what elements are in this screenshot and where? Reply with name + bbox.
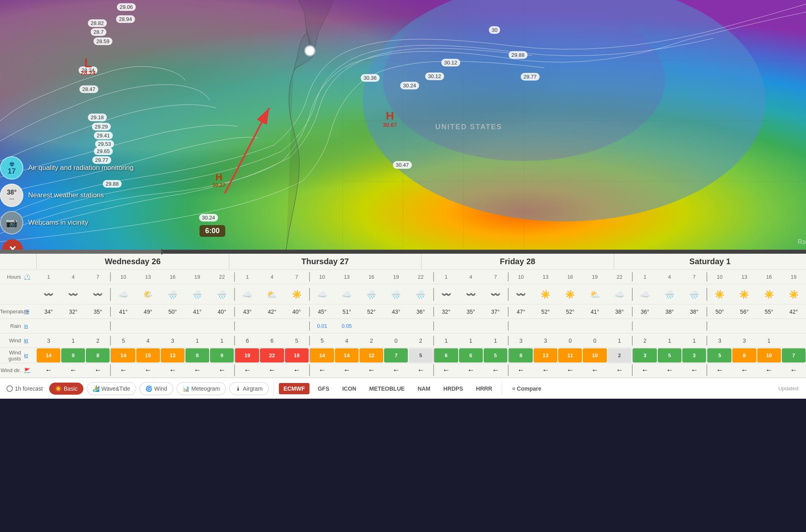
rain-cell bbox=[136, 321, 160, 331]
wind-cell: 1 bbox=[483, 336, 508, 346]
hour-cell: 19 bbox=[582, 272, 607, 282]
gust-cell: 3 bbox=[632, 348, 657, 362]
temp-cell: 40° bbox=[285, 307, 309, 317]
rain-cell bbox=[483, 321, 508, 331]
wind-cell: 1 bbox=[61, 336, 85, 346]
wave-tide-button[interactable]: 🏄 Wave&Tide bbox=[87, 382, 136, 395]
wind-dir-cell: ← bbox=[757, 364, 781, 376]
pressure-label: 29.53 bbox=[95, 140, 114, 148]
pressure-label: 30.24 bbox=[199, 214, 218, 221]
weather-stations-panel[interactable]: 38° --- Nearest weather stations bbox=[0, 184, 104, 207]
meteogram-button[interactable]: 📊 Meteogram bbox=[177, 382, 226, 395]
wind-dir-cell: ← bbox=[359, 364, 384, 376]
location-pin[interactable] bbox=[305, 46, 314, 55]
weather-icon-cell: ☁️ bbox=[632, 288, 657, 301]
wind-cell: 1 bbox=[433, 336, 459, 346]
temp-cell: 38° bbox=[607, 307, 632, 317]
wind-cell: 1 bbox=[185, 336, 210, 346]
webcam-icon: 📷 bbox=[0, 211, 23, 234]
weather-icon-cell: 🌧️ bbox=[408, 288, 433, 301]
hour-cell: 1 bbox=[234, 272, 260, 282]
weather-icon-cell: ☁️ bbox=[334, 288, 359, 301]
rain-cell bbox=[433, 321, 459, 331]
bottom-toolbar: 1h forecast ☀️ Basic 🏄 Wave&Tide 🌀 Wind … bbox=[0, 378, 806, 399]
wind-cell: 2 bbox=[632, 336, 657, 346]
nam-button[interactable]: NAM bbox=[413, 383, 435, 394]
temp-cell: 52° bbox=[359, 307, 384, 317]
gust-cell: 14 bbox=[335, 348, 359, 362]
wind-button[interactable]: 🌀 Wind bbox=[139, 382, 173, 395]
wind-cell: 3 bbox=[508, 336, 533, 346]
hour-cell: 4 bbox=[260, 272, 284, 282]
wind-cell: 0 bbox=[582, 336, 607, 346]
ecmwf-button[interactable]: ECMWF bbox=[279, 383, 310, 394]
wind-cell: 3 bbox=[533, 336, 558, 346]
hour-cell: 13 bbox=[732, 272, 756, 282]
wind-dir-cell: ← bbox=[558, 364, 582, 376]
wind-dir-row: Wind dir. 🚩 ← ← ← ← ← ← ← ← ← ← ← ← ← ← … bbox=[0, 363, 806, 378]
timeline-bar[interactable] bbox=[0, 250, 806, 254]
meteoblue-button[interactable]: METEOBLUE bbox=[364, 383, 409, 394]
hour-cell: 16 bbox=[359, 272, 384, 282]
wind-label: Wind bbox=[0, 337, 24, 344]
temperature-row: Temperature °F 34° 32° 35° 41° 49° 50° 4… bbox=[0, 304, 806, 319]
partial-text: Ra bbox=[798, 238, 806, 246]
weather-icon-cell: ☀️ bbox=[706, 288, 732, 301]
weather-icon-cell: ⛅ bbox=[582, 288, 607, 301]
air-quality-panel[interactable]: ☢ 17 Air quality and radiation monitorin… bbox=[0, 156, 134, 180]
hrrr-button[interactable]: HRRR bbox=[471, 383, 497, 394]
weather-icon-cell: ☀️ bbox=[757, 288, 781, 301]
weather-icon-cell: 🌧️ bbox=[682, 288, 706, 301]
wind-dir-cell: ← bbox=[607, 364, 632, 376]
wind-dir-cell: ← bbox=[533, 364, 558, 376]
weather-station-icon: 38° --- bbox=[0, 184, 23, 207]
temperature-unit[interactable]: °F bbox=[24, 309, 36, 315]
weather-icon-cell: ☀️ bbox=[558, 288, 582, 301]
temp-cell: 37° bbox=[483, 307, 508, 317]
rain-cell bbox=[582, 321, 607, 331]
wind-cell: 1 bbox=[210, 336, 234, 346]
wind-dir-cell: ← bbox=[632, 364, 657, 376]
weather-icon-cell: ☁️ bbox=[607, 288, 632, 301]
rain-unit[interactable]: in bbox=[24, 323, 36, 329]
rain-cell bbox=[36, 321, 61, 331]
wind-dir-cell: ← bbox=[61, 364, 85, 376]
pressure-label: 29.41 bbox=[94, 132, 113, 139]
icon-button[interactable]: ICON bbox=[337, 383, 361, 394]
hour-cell: 7 bbox=[85, 272, 110, 282]
weather-icon-cell: 〰️ bbox=[433, 288, 459, 301]
rain-cell bbox=[682, 321, 706, 331]
temp-cell: 36° bbox=[632, 307, 657, 317]
weather-icon-cell: 🌤️ bbox=[136, 288, 160, 301]
temp-cell: 52° bbox=[558, 307, 582, 317]
wind-dir-cell: ← bbox=[260, 364, 284, 376]
rain-cell bbox=[384, 321, 408, 331]
temp-cell: 38° bbox=[682, 307, 706, 317]
weather-icons-row: 〰️ 〰️ 〰️ ☁️ 🌤️ 🌧️ 🌧️ 🌧️ ☁️ ⛅ ☀️ ☁️ ☁️ 🌧️… bbox=[0, 284, 806, 304]
gfs-button[interactable]: GFS bbox=[313, 383, 334, 394]
compare-button[interactable]: ≡ Compare bbox=[507, 383, 546, 394]
wind-dir-cell: ← bbox=[36, 364, 61, 376]
updated-label: Updated: bbox=[778, 385, 800, 391]
hrdps-button[interactable]: HRDPS bbox=[438, 383, 468, 394]
wind-dir-cell: ← bbox=[234, 364, 260, 376]
wind-unit[interactable]: kt bbox=[24, 338, 36, 344]
webcams-panel[interactable]: 📷 Webcams in vicinity bbox=[0, 211, 88, 234]
wave-label: Wave&Tide bbox=[102, 385, 130, 392]
wind-dir-cell: ← bbox=[657, 364, 682, 376]
basic-label: Basic bbox=[64, 385, 77, 392]
rain-cell bbox=[260, 321, 284, 331]
temp-cell: 32° bbox=[61, 307, 85, 317]
weather-icon-cell: ☁️ bbox=[110, 288, 135, 301]
gust-cell: 8 bbox=[732, 348, 756, 362]
map-container[interactable]: 29.06 28.94 28.82 28.7 28.59 28.24 28.47… bbox=[0, 0, 806, 250]
wind-dir-cell: ← bbox=[483, 364, 508, 376]
wind-cell: 1 bbox=[607, 336, 632, 346]
wind-cell: 0 bbox=[558, 336, 582, 346]
weather-icon-cell: 〰️ bbox=[459, 288, 483, 301]
gust-cell: 14 bbox=[110, 348, 135, 362]
weather-icon-cell: 🌧️ bbox=[185, 288, 210, 301]
airgram-button[interactable]: 🌡 Airgram bbox=[229, 382, 269, 395]
basic-button[interactable]: ☀️ Basic bbox=[49, 383, 83, 395]
wind-gusts-unit[interactable]: kt bbox=[24, 353, 36, 358]
